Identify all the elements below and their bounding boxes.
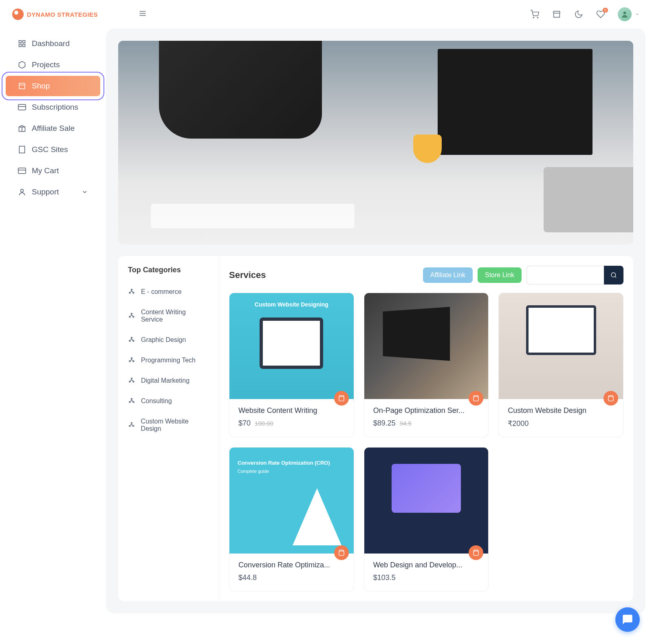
brand-name: DYNAMO STRATEGIES — [27, 11, 98, 18]
nav-label: GSC Sites — [32, 145, 68, 154]
svg-point-23 — [129, 316, 130, 318]
card-icon — [18, 103, 26, 111]
svg-point-28 — [131, 357, 132, 359]
product-price: $70100.00 — [238, 419, 345, 428]
category-e-commerce[interactable]: E - commerce — [126, 282, 211, 302]
cluster-icon — [128, 336, 135, 344]
category-custom-website-design[interactable]: Custom Website Design — [126, 411, 211, 439]
sidebar: DashboardProjectsShopSubscriptionsAffili… — [0, 29, 106, 203]
search-icon — [610, 272, 617, 278]
category-label: Custom Website Design — [141, 418, 209, 432]
store-link-button[interactable]: Store Link — [478, 267, 522, 283]
svg-point-33 — [133, 381, 134, 382]
search-input[interactable] — [526, 266, 604, 285]
notifications-icon[interactable]: 0 — [596, 9, 606, 19]
svg-point-36 — [133, 401, 134, 403]
nav-gsc-sites[interactable]: GSC Sites — [6, 139, 100, 160]
nav-my-cart[interactable]: My Cart — [6, 161, 100, 181]
product-price: $89.2594.5 — [373, 419, 480, 428]
product-image — [229, 293, 354, 399]
cart-icon[interactable] — [530, 9, 540, 19]
product-card[interactable]: Custom Website Design₹2000 — [498, 293, 623, 437]
nav-shop[interactable]: Shop — [6, 76, 100, 96]
cluster-icon — [128, 357, 135, 364]
nav-support[interactable]: Support — [6, 182, 100, 202]
nav-label: Support — [32, 187, 59, 196]
logo[interactable]: DYNAMO STRATEGIES — [12, 9, 98, 20]
add-to-cart-button[interactable] — [334, 545, 349, 560]
nav-dashboard[interactable]: Dashboard — [6, 33, 100, 54]
product-title: Custom Website Design — [508, 406, 614, 415]
svg-rect-9 — [19, 44, 22, 47]
nav-label: Affiliate Sale — [32, 124, 75, 133]
basket-icon — [338, 549, 345, 556]
product-card[interactable]: Website Content Writing$70100.00 — [229, 293, 354, 437]
category-consulting[interactable]: Consulting — [126, 391, 211, 411]
product-image — [364, 448, 489, 554]
nav-label: Projects — [32, 60, 60, 69]
category-graphic-design[interactable]: Graphic Design — [126, 330, 211, 350]
basket-icon — [473, 549, 479, 556]
category-digital-marketing[interactable]: Digital Marketing — [126, 371, 211, 391]
dark-mode-icon[interactable] — [574, 9, 584, 19]
category-programming-tech[interactable]: Programming Tech — [126, 350, 211, 371]
nav-subscriptions[interactable]: Subscriptions — [6, 97, 100, 117]
cluster-icon — [128, 288, 135, 296]
product-price: $103.5 — [373, 573, 480, 582]
cluster-icon — [128, 397, 135, 405]
svg-point-39 — [133, 426, 134, 427]
svg-point-3 — [533, 17, 534, 18]
categories-panel: Top Categories E - commerceContent Writi… — [118, 256, 219, 601]
nav-label: My Cart — [32, 166, 59, 175]
chevron-down-icon — [82, 189, 88, 195]
store-icon — [18, 82, 26, 90]
product-title: Web Design and Develop... — [373, 561, 480, 569]
user-menu[interactable] — [618, 7, 640, 21]
category-label: Digital Marketing — [141, 377, 189, 384]
nav-affiliate-sale[interactable]: Affiliate Sale — [6, 118, 100, 139]
basket-icon — [608, 395, 614, 401]
category-label: Programming Tech — [141, 357, 196, 364]
svg-point-32 — [129, 381, 130, 382]
nav-label: Shop — [32, 82, 50, 90]
product-card[interactable]: Conversion Rate Optimiza...$44.8 — [229, 447, 354, 591]
svg-point-27 — [133, 340, 134, 342]
product-title: Conversion Rate Optimiza... — [238, 561, 345, 569]
add-to-cart-button[interactable] — [334, 391, 349, 406]
svg-point-18 — [21, 189, 24, 192]
nav-label: Dashboard — [32, 39, 70, 48]
product-image — [499, 293, 623, 399]
search-button[interactable] — [604, 266, 623, 285]
nav-projects[interactable]: Projects — [6, 55, 100, 75]
svg-point-40 — [611, 273, 616, 277]
product-card[interactable]: Web Design and Develop...$103.5 — [364, 447, 489, 591]
svg-point-24 — [133, 316, 134, 318]
svg-rect-16 — [18, 168, 26, 173]
chat-button[interactable] — [615, 607, 640, 632]
svg-rect-8 — [23, 44, 25, 47]
svg-line-41 — [615, 276, 616, 278]
services-panel: Services Affiliate Link Store Link Websi… — [219, 256, 633, 601]
menu-toggle-icon[interactable] — [139, 9, 147, 19]
notification-badge: 0 — [603, 8, 608, 13]
services-title: Services — [229, 270, 266, 280]
add-to-cart-button[interactable] — [604, 391, 618, 406]
svg-point-20 — [129, 292, 130, 293]
svg-point-22 — [131, 313, 132, 314]
affiliate-link-button[interactable]: Affiliate Link — [423, 267, 473, 283]
product-price: $44.8 — [238, 573, 345, 582]
product-card[interactable]: On-Page Optimization Ser...$89.2594.5 — [364, 293, 489, 437]
cluster-icon — [128, 377, 135, 384]
product-image — [229, 448, 354, 554]
category-label: Graphic Design — [141, 336, 186, 344]
category-content-writing-service[interactable]: Content Writing Service — [126, 302, 211, 330]
svg-point-25 — [131, 337, 132, 338]
svg-rect-13 — [19, 146, 24, 153]
hero-banner — [118, 41, 633, 245]
product-title: On-Page Optimization Ser... — [373, 406, 480, 415]
svg-rect-6 — [19, 41, 22, 43]
product-title: Website Content Writing — [238, 406, 345, 415]
avatar — [618, 7, 632, 21]
store-icon[interactable] — [552, 9, 562, 19]
building-icon — [18, 146, 26, 154]
